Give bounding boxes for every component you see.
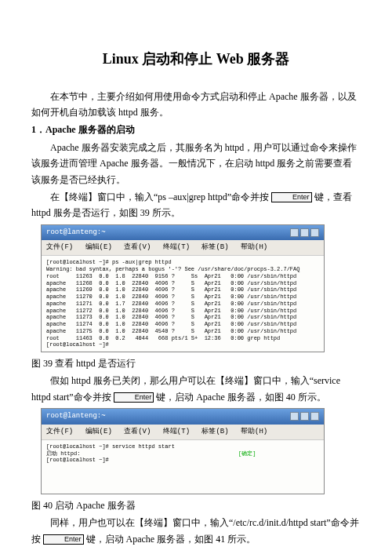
menu-terminal[interactable]: 终端(T) bbox=[163, 428, 190, 436]
menu-file[interactable]: 文件(F) bbox=[46, 428, 73, 436]
figure-39-caption: 图 39 查看 httpd 是否运行 bbox=[31, 355, 361, 371]
paragraph-start-apache: Apache 服务器安装完成之后，其服务名为 httpd，用户可以通过命令来操作… bbox=[31, 140, 361, 188]
intro-paragraph: 在本节中，主要介绍如何用使用命令方式启动和停止 Apache 服务器，以及如何开… bbox=[31, 89, 361, 121]
paragraph-ps-command: 在【终端】窗口中，输入“ps –aux|grep httpd”命令并按 Ente… bbox=[31, 189, 361, 221]
maximize-icon[interactable] bbox=[300, 412, 309, 421]
menu-help[interactable]: 帮助(H) bbox=[241, 428, 267, 436]
menu-edit[interactable]: 编辑(E) bbox=[85, 243, 112, 251]
terminal-window: root@lanteng:~ 文件(F) 编辑(E) 查看(V) 终端(T) 标… bbox=[41, 224, 325, 352]
enter-key-badge: Enter bbox=[271, 192, 312, 202]
menu-help[interactable]: 帮助(H) bbox=[241, 243, 267, 251]
terminal-output: [root@localhost ~]# ps -aux|grep httpd W… bbox=[42, 256, 324, 352]
menu-view[interactable]: 查看(V) bbox=[124, 243, 151, 251]
terminal-titlebar: root@lanteng:~ bbox=[42, 409, 324, 424]
document-page: Linux 启动和停止 Web 服务器 在本节中，主要介绍如何用使用命令方式启动… bbox=[0, 0, 392, 554]
menu-edit[interactable]: 编辑(E) bbox=[85, 428, 112, 436]
menu-view[interactable]: 查看(V) bbox=[124, 428, 151, 436]
close-icon[interactable] bbox=[310, 228, 319, 237]
menu-tab[interactable]: 标签(B) bbox=[201, 243, 228, 251]
terminal-title: root@lanteng:~ bbox=[46, 227, 106, 239]
output-pre: [root@localhost ~]# service httpd start … bbox=[46, 443, 238, 457]
window-buttons bbox=[290, 228, 319, 237]
terminal-titlebar: root@lanteng:~ bbox=[42, 225, 324, 240]
text-segment: 键，启动 Apache 服务器，如图 41 所示。 bbox=[86, 534, 256, 545]
menu-file[interactable]: 文件(F) bbox=[46, 243, 73, 251]
terminal-title: root@lanteng:~ bbox=[46, 410, 106, 422]
section-heading-1: 1．Apache 服务器的启动 bbox=[31, 122, 361, 137]
enter-key-badge: Enter bbox=[114, 392, 154, 403]
figure-40: root@lanteng:~ 文件(F) 编辑(E) 查看(V) 终端(T) 标… bbox=[41, 408, 361, 494]
paragraph-service-start: 假如 httpd 服务已关闭，那么用户可以在【终端】窗口中，输入“service… bbox=[31, 373, 361, 405]
minimize-icon[interactable] bbox=[290, 412, 299, 421]
figure-39: root@lanteng:~ 文件(F) 编辑(E) 查看(V) 终端(T) 标… bbox=[41, 224, 361, 352]
enter-key-badge: Enter bbox=[43, 534, 84, 545]
close-icon[interactable] bbox=[310, 412, 319, 421]
menu-tab[interactable]: 标签(B) bbox=[201, 428, 228, 436]
terminal-output: [root@localhost ~]# service httpd start … bbox=[42, 440, 324, 494]
window-buttons bbox=[290, 412, 319, 421]
terminal-window: root@lanteng:~ 文件(F) 编辑(E) 查看(V) 终端(T) 标… bbox=[41, 408, 325, 494]
terminal-menubar: 文件(F) 编辑(E) 查看(V) 终端(T) 标签(B) 帮助(H) bbox=[42, 425, 324, 440]
text-segment: 在【终端】窗口中，输入“ps –aux|grep httpd”命令并按 bbox=[50, 191, 269, 202]
output-post: [root@localhost ~]# bbox=[46, 457, 109, 463]
terminal-menubar: 文件(F) 编辑(E) 查看(V) 终端(T) 标签(B) 帮助(H) bbox=[42, 240, 324, 256]
paragraph-initd-start: 同样，用户也可以在【终端】窗口中，输入“/etc/rc.d/init.d/htt… bbox=[31, 515, 361, 547]
maximize-icon[interactable] bbox=[300, 228, 309, 237]
figure-40-caption: 图 40 启动 Apache 服务器 bbox=[31, 498, 361, 513]
text-segment: 键，启动 Apache 服务器，如图 40 所示。 bbox=[156, 392, 326, 403]
output-ok: [确定] bbox=[238, 450, 256, 457]
minimize-icon[interactable] bbox=[290, 228, 299, 237]
page-title: Linux 启动和停止 Web 服务器 bbox=[31, 47, 361, 71]
menu-terminal[interactable]: 终端(T) bbox=[163, 243, 190, 251]
